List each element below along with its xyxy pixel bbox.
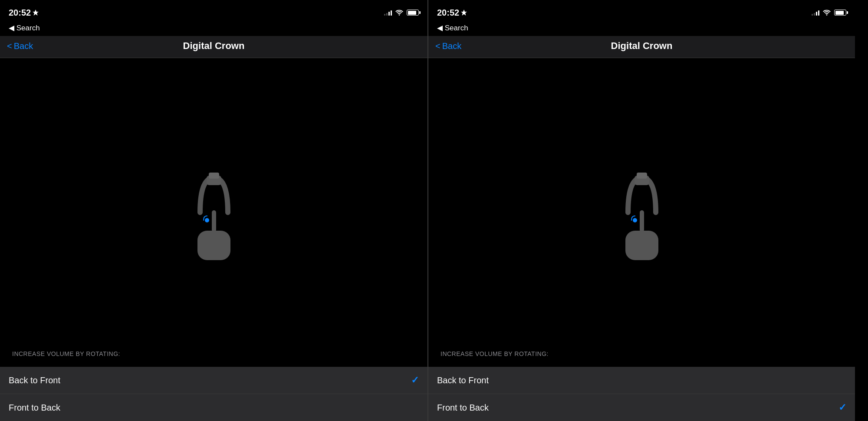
back-label-right[interactable]: Back xyxy=(442,41,461,51)
svg-rect-1 xyxy=(209,173,219,179)
svg-point-8 xyxy=(633,218,637,222)
illustration-area-left: INCREASE VOLUME BY ROTATING: xyxy=(0,58,427,367)
signal-bar-2 xyxy=(386,13,388,16)
back-chevron-right: < xyxy=(435,41,441,51)
signal-bars-left xyxy=(384,10,392,16)
battery-fill-left xyxy=(408,11,417,15)
status-right-left xyxy=(384,10,419,16)
location-icon-left xyxy=(33,10,39,16)
back-button-left[interactable]: < Back xyxy=(7,41,33,51)
battery-icon-right xyxy=(834,10,846,16)
nav-title-left: Digital Crown xyxy=(183,40,245,52)
svg-rect-4 xyxy=(197,231,230,260)
phone-panel-right: 20:52 ◀ Search < Back xyxy=(427,0,855,421)
options-list-right: Back to Front ✓ Front to Back ✓ xyxy=(428,367,855,421)
svg-rect-2 xyxy=(212,210,216,232)
phone-panel-left: 20:52 ◀ Search < Back xyxy=(0,0,427,421)
wifi-icon-left xyxy=(395,10,403,16)
option-label-back-to-front-left: Back to Front xyxy=(9,375,60,385)
search-back-left[interactable]: ◀ Search xyxy=(0,23,427,36)
status-right-right xyxy=(812,10,846,16)
svg-rect-9 xyxy=(625,231,658,260)
search-back-right[interactable]: ◀ Search xyxy=(428,23,855,36)
signal-bar-1 xyxy=(384,14,385,16)
svg-rect-7 xyxy=(640,210,644,232)
svg-rect-6 xyxy=(637,173,647,179)
option-label-back-to-front-right: Back to Front xyxy=(437,375,489,385)
nav-bar-left: < Back Digital Crown xyxy=(0,36,427,58)
volume-label-right: INCREASE VOLUME BY ROTATING: xyxy=(441,350,549,357)
search-back-text-right[interactable]: ◀ Search xyxy=(437,23,468,33)
time-display-left: 20:52 xyxy=(9,8,31,18)
options-list-left: Back to Front ✓ Front to Back ✓ xyxy=(0,367,427,421)
option-back-to-front-left[interactable]: Back to Front ✓ xyxy=(0,367,427,394)
back-chevron-left: < xyxy=(7,41,12,51)
checkmark-back-to-front-left: ✓ xyxy=(411,375,419,386)
signal-bar-3 xyxy=(388,12,390,16)
status-bar-right: 20:52 xyxy=(428,0,855,23)
signal-bar-r4 xyxy=(818,10,819,16)
illustration-area-right: INCREASE VOLUME BY ROTATING: xyxy=(428,58,855,367)
nav-title-right: Digital Crown xyxy=(611,40,673,52)
status-time-right: 20:52 xyxy=(437,8,467,18)
battery-icon-left xyxy=(407,10,419,16)
option-back-to-front-right[interactable]: Back to Front ✓ xyxy=(428,367,855,394)
location-icon-right xyxy=(461,10,467,16)
wifi-icon-right xyxy=(823,10,831,16)
back-label-left[interactable]: Back xyxy=(14,41,33,51)
headphones-illustration-right xyxy=(607,160,677,264)
option-label-front-to-back-left: Front to Back xyxy=(9,403,60,413)
signal-bar-r1 xyxy=(812,14,813,16)
headphones-illustration-left xyxy=(179,160,249,264)
status-bar-left: 20:52 xyxy=(0,0,427,23)
volume-label-left: INCREASE VOLUME BY ROTATING: xyxy=(12,350,120,357)
option-label-front-to-back-right: Front to Back xyxy=(437,403,489,413)
signal-bar-r3 xyxy=(816,12,817,16)
back-button-right[interactable]: < Back xyxy=(435,41,461,51)
signal-bar-4 xyxy=(391,10,392,16)
search-back-text-left[interactable]: ◀ Search xyxy=(9,23,40,33)
option-front-to-back-right[interactable]: Front to Back ✓ xyxy=(428,394,855,421)
battery-fill-right xyxy=(835,11,844,15)
checkmark-front-to-back-right: ✓ xyxy=(838,402,846,413)
nav-bar-right: < Back Digital Crown xyxy=(428,36,855,58)
signal-bar-r2 xyxy=(814,13,815,16)
svg-point-3 xyxy=(205,218,209,222)
option-front-to-back-left[interactable]: Front to Back ✓ xyxy=(0,394,427,421)
signal-bars-right xyxy=(812,10,819,16)
time-display-right: 20:52 xyxy=(437,8,459,18)
status-time-left: 20:52 xyxy=(9,8,39,18)
